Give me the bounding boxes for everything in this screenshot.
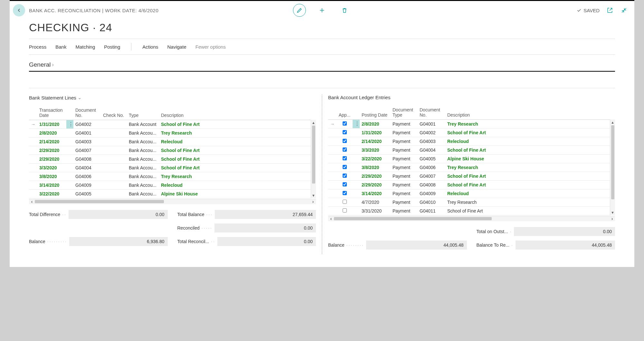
cell-posting-date[interactable]: 2/29/2020 (360, 172, 391, 180)
row-menu[interactable] (66, 163, 73, 172)
applied-checkbox[interactable] (343, 174, 347, 178)
cell-type[interactable]: Bank Accou... (127, 128, 159, 137)
row-menu[interactable] (66, 146, 73, 155)
cell-applied[interactable] (336, 119, 353, 128)
cell-applied[interactable] (336, 172, 353, 180)
delete-button[interactable] (338, 4, 351, 17)
cell-posting-date[interactable]: 2/14/2020 (360, 137, 391, 146)
scroll-up-icon[interactable]: ▲ (311, 120, 316, 126)
row-menu[interactable] (353, 146, 360, 154)
table-row[interactable]: 3/22/2020G04005Bank Accou...Alpine Ski H… (29, 189, 316, 198)
table-row[interactable]: 2/29/2020PaymentG04007School of Fine Art (328, 172, 615, 180)
cell-posting-date[interactable]: 2/29/2020 (360, 180, 391, 189)
table-row[interactable]: →1/31/2020⋮G04002Bank AccountSchool of F… (29, 120, 316, 128)
table-row[interactable]: 3/8/2020G04006Bank Accou...Trey Research (29, 172, 316, 181)
cell-applied[interactable] (336, 198, 353, 206)
cell-applied[interactable] (336, 154, 353, 163)
menu-matching[interactable]: Matching (75, 44, 95, 50)
scroll-right-icon[interactable]: › (609, 216, 615, 221)
cell-applied[interactable] (336, 163, 353, 172)
table-row[interactable]: 3/3/2020PaymentG04004School of Fine Art (328, 146, 615, 154)
cell-posting-date[interactable]: 2/8/2020 (360, 119, 391, 128)
menu-actions[interactable]: Actions (142, 44, 158, 50)
table-row[interactable]: 1/31/2020PaymentG04002School of Fine Art (328, 128, 615, 137)
cell-posting-date[interactable]: 3/31/2020 (360, 206, 391, 215)
cell-trans-date[interactable]: 1/31/2020 (37, 120, 66, 128)
menu-process[interactable]: Process (29, 44, 46, 50)
cell-type[interactable]: Bank Accou... (127, 189, 159, 198)
applied-checkbox[interactable] (343, 121, 347, 126)
cell-trans-date[interactable]: 2/8/2020 (37, 128, 66, 137)
cell-check-no[interactable] (101, 137, 127, 146)
row-menu[interactable] (353, 154, 360, 163)
cell-doc-no[interactable]: G04003 (418, 137, 445, 146)
applied-checkbox[interactable] (343, 130, 347, 134)
cell-applied[interactable] (336, 146, 353, 154)
row-menu[interactable] (66, 128, 73, 137)
cell-posting-date[interactable]: 3/8/2020 (360, 163, 391, 172)
cell-doc-type[interactable]: Payment (391, 180, 418, 189)
col-trans-date[interactable]: Transaction Date (37, 104, 66, 120)
edit-button[interactable] (293, 4, 306, 17)
col-check-no[interactable]: Check No. (101, 104, 127, 120)
scroll-down-icon[interactable]: ▼ (610, 210, 615, 215)
row-menu[interactable] (353, 163, 360, 172)
right-hscroll-thumb[interactable] (334, 217, 492, 220)
more-icon[interactable]: ⋮ (68, 122, 73, 127)
cell-description[interactable]: School of Fine Art (445, 146, 610, 154)
cell-check-no[interactable] (101, 146, 127, 155)
collapse-button[interactable] (620, 6, 628, 14)
scroll-left-icon[interactable]: ‹ (29, 199, 35, 204)
panel-divider[interactable] (322, 95, 322, 254)
applied-checkbox[interactable] (343, 200, 347, 204)
row-menu[interactable] (353, 198, 360, 206)
cell-doc-type[interactable]: Payment (391, 154, 418, 163)
col-doc-type[interactable]: Document Type (391, 103, 418, 119)
popout-button[interactable] (606, 6, 614, 14)
cell-doc-type[interactable]: Payment (391, 206, 418, 215)
col-type[interactable]: Type (127, 104, 159, 120)
cell-type[interactable]: Bank Accou... (127, 181, 159, 189)
cell-doc-no[interactable]: G04009 (73, 181, 101, 189)
cell-applied[interactable] (336, 137, 353, 146)
scroll-down-icon[interactable]: ▼ (311, 193, 316, 198)
table-row[interactable]: 2/8/2020G04001Bank Accou...Trey Research (29, 128, 316, 137)
row-menu[interactable] (353, 189, 360, 198)
cell-doc-type[interactable]: Payment (391, 189, 418, 198)
row-menu[interactable] (66, 172, 73, 181)
cell-type[interactable]: Bank Accou... (127, 155, 159, 163)
cell-description[interactable]: School of Fine Art (445, 172, 610, 180)
cell-doc-type[interactable]: Payment (391, 198, 418, 206)
more-icon[interactable]: ⋮ (355, 121, 360, 127)
cell-doc-no[interactable]: G04002 (73, 120, 101, 128)
cell-description[interactable]: Alpine Ski House (445, 154, 610, 163)
applied-checkbox[interactable] (343, 156, 347, 160)
col-doc-no[interactable]: Document No. (73, 104, 101, 120)
cell-doc-type[interactable]: Payment (391, 128, 418, 137)
cell-type[interactable]: Bank Accou... (127, 172, 159, 181)
cell-description[interactable]: Trey Research (159, 172, 311, 181)
cell-posting-date[interactable]: 4/7/2020 (360, 198, 391, 206)
table-row[interactable]: 3/22/2020PaymentG04005Alpine Ski House (328, 154, 615, 163)
col-app[interactable]: App... (336, 103, 353, 119)
cell-description[interactable]: School of Fine Art (445, 206, 610, 215)
applied-checkbox[interactable] (343, 191, 347, 195)
menu-fewer-options[interactable]: Fewer options (195, 44, 226, 50)
cell-description[interactable]: Alpine Ski House (159, 189, 311, 198)
cell-description[interactable]: Relecloud (445, 137, 610, 146)
table-row[interactable]: 2/29/2020G04007Bank Accou...School of Fi… (29, 146, 316, 155)
cell-doc-no[interactable]: G04008 (418, 180, 445, 189)
row-menu[interactable]: ⋮ (353, 119, 360, 128)
cell-doc-no[interactable]: G04006 (418, 163, 445, 172)
cell-description[interactable]: Trey Research (445, 198, 610, 206)
left-vscroll-thumb[interactable] (312, 126, 315, 184)
cell-doc-no[interactable]: G04004 (418, 146, 445, 154)
cell-doc-no[interactable]: G04008 (73, 155, 101, 163)
cell-type[interactable]: Bank Accou... (127, 146, 159, 155)
cell-description[interactable]: Trey Research (445, 163, 610, 172)
cell-doc-no[interactable]: G04001 (418, 119, 445, 128)
cell-applied[interactable] (336, 128, 353, 137)
table-row[interactable]: →⋮2/8/2020PaymentG04001Trey Research (328, 119, 615, 128)
cell-trans-date[interactable]: 2/29/2020 (37, 155, 66, 163)
cell-description[interactable]: School of Fine Art (159, 146, 311, 155)
